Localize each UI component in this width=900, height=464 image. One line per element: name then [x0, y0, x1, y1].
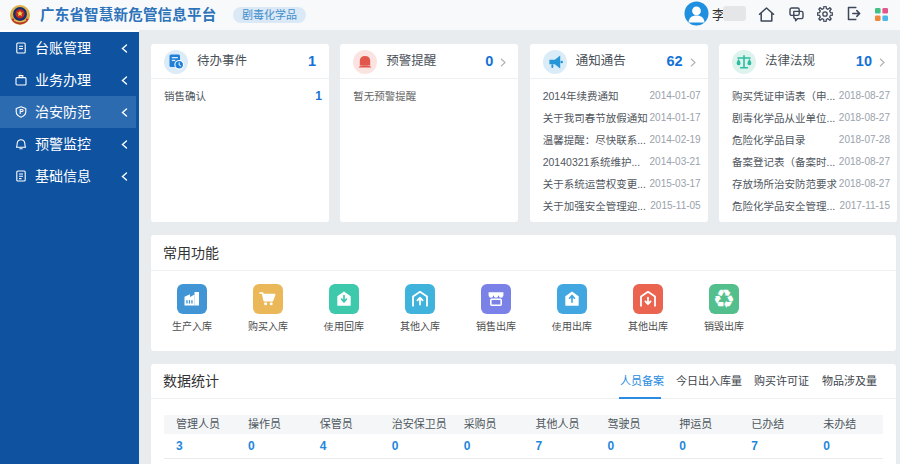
svg-text:♻: ♻ — [714, 284, 733, 311]
svg-text:P: P — [19, 108, 24, 115]
